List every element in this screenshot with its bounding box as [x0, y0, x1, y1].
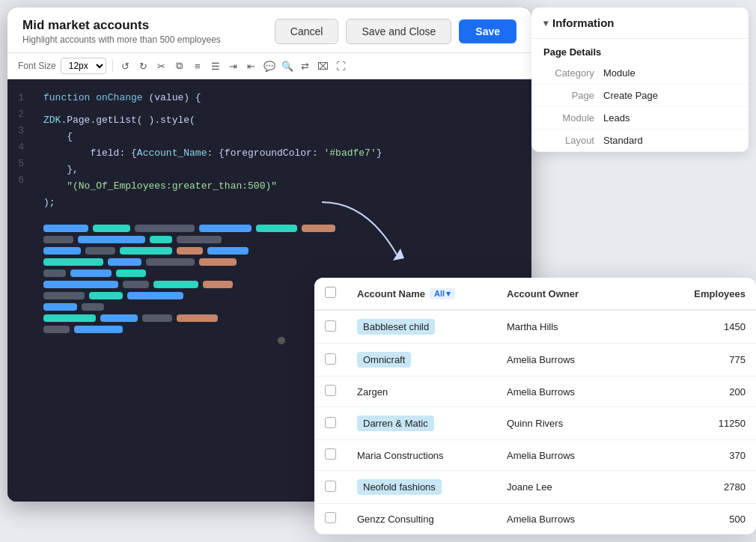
account-name-cell: Omnicraft	[347, 344, 496, 377]
account-name-cell: Darren & Matic	[347, 407, 496, 440]
info-row-layout: Layout Standard	[531, 130, 749, 152]
toolbar-separator	[112, 60, 113, 72]
info-row-category: Category Module	[531, 62, 749, 85]
employees-cell: 1450	[683, 310, 756, 344]
employees-cell: 500	[683, 504, 756, 535]
table-header-row: Account Name All ▾ Account Owner Employe…	[314, 278, 756, 310]
save-button[interactable]: Save	[459, 19, 516, 43]
row-checkbox[interactable]	[325, 481, 336, 492]
account-owner-cell: Amelia Burrows	[496, 504, 683, 535]
editor-actions: Cancel Save and Close Save	[275, 19, 516, 44]
th-account-label: Account Name	[357, 288, 425, 299]
cut-icon[interactable]: ✂	[155, 59, 168, 73]
code-line-0: function onChange (value) {	[43, 90, 519, 106]
th-account-owner: Account Owner	[496, 278, 683, 310]
table-row: Babbleset childMartha Hills1450	[314, 310, 756, 344]
filter-chevron-icon: ▾	[446, 289, 451, 299]
employees-cell: 11250	[683, 407, 756, 440]
info-section-title: Page Details	[531, 39, 749, 62]
font-size-label: Font Size	[18, 61, 56, 71]
indent-icon[interactable]: ⇥	[227, 59, 240, 73]
highlighted-name: Darren & Matic	[357, 415, 434, 431]
search-icon[interactable]: 🔍	[281, 59, 294, 73]
table-panel: Account Name All ▾ Account Owner Employe…	[314, 278, 756, 535]
info-value-page: Create Page	[603, 90, 658, 101]
list-icon[interactable]: ≡	[191, 59, 204, 73]
employees-cell: 370	[683, 440, 756, 471]
account-name-cell: Babbleset child	[347, 310, 496, 344]
filter-label: All	[434, 289, 445, 298]
editor-toolbar: Font Size 12px 14px 16px ↺ ↻ ✂ ⧉ ≡ ☰ ⇥ ⇤…	[7, 53, 531, 79]
account-owner-cell: Amelia Burrows	[496, 344, 683, 377]
row-checkbox[interactable]	[325, 448, 336, 460]
editor-subtitle: Highlight accounts with more than 500 em…	[22, 34, 275, 45]
save-close-button[interactable]: Save and Close	[346, 19, 451, 44]
code-line-4: },	[43, 162, 519, 178]
header-checkbox[interactable]	[325, 287, 336, 298]
info-title: Information	[552, 16, 615, 29]
th-employees: Employees	[683, 278, 756, 310]
table-row: Genzz ConsultingAmelia Burrows500	[314, 504, 756, 535]
account-name-cell: Genzz Consulting	[347, 504, 496, 535]
th-checkbox	[314, 278, 347, 310]
account-owner-cell: Joane Lee	[496, 471, 683, 504]
info-value-layout: Standard	[603, 135, 643, 146]
row-checkbox[interactable]	[325, 417, 336, 428]
table-row: Neofold fashionsJoane Lee2780	[314, 471, 756, 504]
cancel-button[interactable]: Cancel	[275, 19, 339, 44]
accounts-table: Account Name All ▾ Account Owner Employe…	[314, 278, 756, 535]
font-size-select[interactable]: 12px 14px 16px	[61, 58, 106, 74]
code-line-1: ZDK.Page.getList( ).style(	[43, 112, 519, 129]
fullscreen-icon[interactable]: ⛶	[335, 59, 348, 73]
code-line-5: "(No_Of_Employees:greater_than:500)"	[43, 178, 519, 195]
info-value-module: Leads	[603, 112, 630, 124]
outdent-icon[interactable]: ⇤	[245, 59, 258, 73]
highlighted-name: Babbleset child	[357, 319, 435, 335]
copy-icon[interactable]: ⧉	[173, 59, 186, 73]
account-owner-cell: Amelia Burrows	[496, 440, 683, 471]
editor-title-block: Mid market accounts Highlight accounts w…	[22, 18, 275, 45]
highlighted-name: Omnicraft	[357, 352, 411, 368]
row-checkbox[interactable]	[325, 320, 336, 332]
table-row: OmnicraftAmelia Burrows775	[314, 344, 756, 377]
align-icon[interactable]: ☰	[209, 59, 222, 73]
table-body: Babbleset childMartha Hills1450Omnicraft…	[314, 310, 756, 535]
account-owner-cell: Martha Hills	[496, 310, 683, 344]
info-chevron-icon: ▾	[543, 18, 548, 28]
info-row-page: Page Create Page	[531, 85, 749, 107]
redo-icon[interactable]: ↻	[137, 59, 150, 73]
info-header: ▾ Information	[531, 7, 749, 39]
row-checkbox[interactable]	[325, 512, 336, 523]
account-name-cell: Zargen	[347, 377, 496, 407]
filter-badge[interactable]: All ▾	[430, 288, 455, 299]
info-key-module: Module	[543, 112, 603, 124]
account-owner-cell: Quinn Rivers	[496, 407, 683, 440]
code-line-3: field: {Account_Name: {foregroundColor: …	[43, 145, 519, 162]
line-numbers: 1 2 3 4 5 6	[7, 79, 31, 502]
comment-icon[interactable]: 💬	[263, 59, 276, 73]
th-account-name: Account Name All ▾	[347, 278, 496, 310]
row-checkbox[interactable]	[325, 353, 336, 365]
table-row: ZargenAmelia Burrows200	[314, 377, 756, 407]
info-row-module: Module Leads	[531, 107, 749, 130]
employees-cell: 2780	[683, 471, 756, 504]
account-name-cell: Neofold fashions	[347, 471, 496, 504]
table-row: Darren & MaticQuinn Rivers11250	[314, 407, 756, 440]
info-key-page: Page	[543, 90, 603, 101]
editor-header: Mid market accounts Highlight accounts w…	[7, 7, 531, 53]
info-panel: ▾ Information Page Details Category Modu…	[531, 7, 749, 152]
row-checkbox[interactable]	[325, 385, 336, 396]
highlighted-name: Neofold fashions	[357, 479, 442, 495]
employees-cell: 200	[683, 377, 756, 407]
info-key-category: Category	[543, 67, 603, 79]
info-value-category: Module	[603, 67, 635, 79]
code-line-6: );	[43, 195, 519, 211]
table-row: Maria ConstructionsAmelia Burrows370	[314, 440, 756, 471]
employees-cell: 775	[683, 344, 756, 377]
undo-icon[interactable]: ↺	[119, 59, 132, 73]
replace-icon[interactable]: ⇄	[299, 59, 312, 73]
account-name-cell: Maria Constructions	[347, 440, 496, 471]
account-owner-cell: Amelia Burrows	[496, 377, 683, 407]
wrap-icon[interactable]: ⌧	[317, 59, 330, 73]
code-line-2: {	[43, 129, 519, 145]
